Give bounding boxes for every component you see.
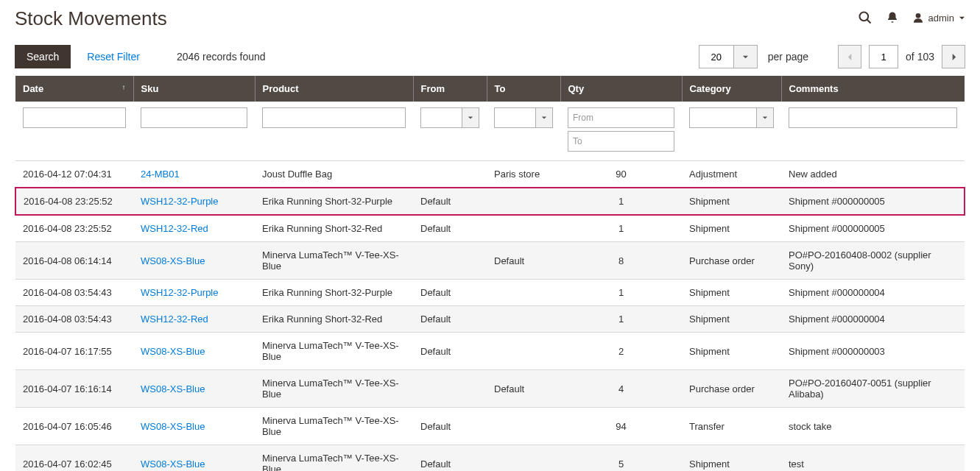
cell-qty: 94 — [560, 408, 682, 445]
filter-category-dropdown-button[interactable] — [756, 107, 774, 128]
page-total-label: of 103 — [906, 51, 934, 63]
cell-comments: PO#PO-20160408-0002 (supplier Sony) — [781, 242, 965, 280]
cell-category: Shipment — [682, 215, 781, 242]
table-row[interactable]: 2016-04-08 23:25:52WSH12-32-RedErika Run… — [15, 215, 965, 242]
column-header-from[interactable]: From — [413, 76, 487, 102]
sku-link[interactable]: WS08-XS-Blue — [141, 255, 205, 266]
admin-user-label: admin — [928, 13, 954, 24]
cell-comments: Shipment #000000005 — [781, 188, 965, 215]
filter-comments-input[interactable] — [789, 107, 957, 128]
table-row[interactable]: 2016-04-08 03:54:43WSH12-32-RedErika Run… — [15, 306, 965, 333]
sku-link[interactable]: WSH12-32-Red — [141, 223, 208, 234]
prev-page-button[interactable] — [838, 45, 861, 68]
cell-qty: 90 — [560, 161, 682, 188]
table-row[interactable]: 2016-04-07 16:02:45WS08-XS-BlueMinerva L… — [15, 445, 965, 472]
cell-product: Joust Duffle Bag — [255, 161, 413, 188]
filter-category-select[interactable] — [689, 107, 756, 128]
filter-date-input[interactable] — [23, 107, 126, 128]
notification-bell-icon[interactable] — [886, 11, 899, 24]
filter-from-dropdown-button[interactable] — [462, 107, 479, 128]
filter-to-select[interactable] — [494, 107, 535, 128]
chevron-down-icon — [541, 115, 547, 121]
table-row[interactable]: 2016-04-08 03:54:43WSH12-32-PurpleErika … — [15, 280, 965, 306]
per-page-dropdown-button[interactable] — [734, 45, 758, 68]
table-row[interactable]: 2016-04-07 16:16:14WS08-XS-BlueMinerva L… — [15, 370, 965, 408]
cell-category: Purchase order — [682, 242, 781, 280]
table-row[interactable]: 2016-04-08 23:25:52WSH12-32-PurpleErika … — [15, 188, 965, 215]
reset-filter-link[interactable]: Reset Filter — [87, 51, 140, 63]
admin-user-menu[interactable]: admin — [912, 12, 965, 24]
per-page-input[interactable] — [699, 45, 734, 68]
filter-sku-input[interactable] — [141, 107, 247, 128]
chevron-down-icon — [742, 54, 749, 60]
cell-to: Default — [487, 370, 560, 408]
svg-point-2 — [915, 13, 920, 18]
sku-link[interactable]: WSH12-32-Purple — [141, 196, 219, 207]
cell-product: Minerva LumaTech™ V-Tee-XS-Blue — [255, 370, 413, 408]
cell-from: Default — [413, 188, 487, 215]
cell-comments: New added — [781, 161, 965, 188]
filter-to-dropdown-button[interactable] — [535, 107, 553, 128]
cell-qty: 2 — [560, 333, 682, 370]
column-header-to[interactable]: To — [487, 76, 560, 102]
column-header-comments[interactable]: Comments — [781, 76, 965, 102]
sku-link[interactable]: WSH12-32-Purple — [141, 287, 219, 298]
filter-qty-to-input[interactable] — [568, 131, 674, 152]
table-row[interactable]: 2016-04-07 16:05:46WS08-XS-BlueMinerva L… — [15, 408, 965, 445]
cell-to — [487, 188, 560, 215]
cell-date: 2016-04-12 07:04:31 — [15, 161, 133, 188]
search-icon[interactable] — [858, 10, 873, 25]
stock-movements-table: Date↑ Sku Product From To Qty Category C… — [15, 76, 965, 471]
column-header-product[interactable]: Product — [255, 76, 413, 102]
sort-asc-icon: ↑ — [122, 83, 126, 91]
next-page-button[interactable] — [942, 45, 965, 68]
chevron-down-icon — [762, 115, 768, 121]
table-row[interactable]: 2016-04-08 06:14:14WS08-XS-BlueMinerva L… — [15, 242, 965, 280]
page-number-input[interactable] — [869, 45, 898, 68]
cell-comments: Shipment #000000005 — [781, 215, 965, 242]
column-header-date[interactable]: Date↑ — [15, 76, 133, 102]
cell-date: 2016-04-07 16:02:45 — [15, 445, 133, 472]
column-header-sku[interactable]: Sku — [133, 76, 255, 102]
table-row[interactable]: 2016-04-07 16:17:55WS08-XS-BlueMinerva L… — [15, 333, 965, 370]
cell-comments: test — [781, 445, 965, 472]
cell-category: Purchase order — [682, 370, 781, 408]
cell-product: Erika Running Short-32-Purple — [255, 280, 413, 306]
filter-from-select[interactable] — [420, 107, 462, 128]
svg-point-0 — [859, 13, 868, 21]
sku-link[interactable]: WS08-XS-Blue — [141, 458, 205, 470]
cell-product: Erika Running Short-32-Red — [255, 306, 413, 333]
sku-link[interactable]: WS08-XS-Blue — [141, 346, 205, 357]
sku-link[interactable]: 24-MB01 — [141, 169, 180, 180]
cell-qty: 1 — [560, 306, 682, 333]
user-icon — [912, 12, 924, 24]
cell-from — [413, 370, 487, 408]
column-header-category[interactable]: Category — [682, 76, 781, 102]
cell-to: Paris store — [487, 161, 560, 188]
column-header-qty[interactable]: Qty — [560, 76, 682, 102]
filter-qty-from-input[interactable] — [568, 107, 674, 128]
cell-qty: 4 — [560, 370, 682, 408]
sku-link[interactable]: WS08-XS-Blue — [141, 383, 205, 394]
cell-date: 2016-04-08 23:25:52 — [15, 188, 133, 215]
cell-to — [487, 445, 560, 472]
cell-qty: 5 — [560, 445, 682, 472]
cell-from — [413, 242, 487, 280]
records-found-label: 2046 records found — [177, 51, 266, 63]
cell-product: Minerva LumaTech™ V-Tee-XS-Blue — [255, 333, 413, 370]
cell-date: 2016-04-08 03:54:43 — [15, 280, 133, 306]
search-button[interactable]: Search — [15, 45, 71, 68]
chevron-down-icon — [468, 115, 473, 121]
sku-link[interactable]: WSH12-32-Red — [141, 314, 208, 325]
page-title: Stock Movements — [15, 7, 167, 30]
cell-product: Minerva LumaTech™ V-Tee-XS-Blue — [255, 408, 413, 445]
cell-category: Shipment — [682, 333, 781, 370]
cell-to — [487, 333, 560, 370]
table-row[interactable]: 2016-04-12 07:04:3124-MB01Joust Duffle B… — [15, 161, 965, 188]
cell-from: Default — [413, 333, 487, 370]
cell-date: 2016-04-07 16:16:14 — [15, 370, 133, 408]
filter-product-input[interactable] — [262, 107, 406, 128]
sku-link[interactable]: WS08-XS-Blue — [141, 421, 205, 432]
chevron-left-icon — [847, 53, 853, 61]
cell-from: Default — [413, 215, 487, 242]
